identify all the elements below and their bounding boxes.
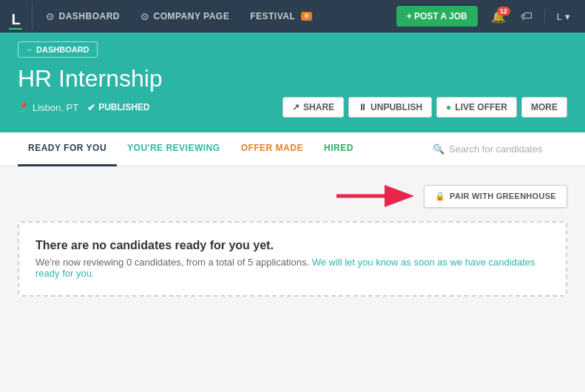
dashboard-icon: ⊙ [46,11,55,22]
company-icon: ⊙ [141,11,149,22]
tab-label-hired: HIRED [324,143,354,153]
empty-state-description: We're now reviewing 0 candidates, from a… [35,257,550,279]
pause-icon: ⏸ [358,102,367,112]
tab-offer-made[interactable]: OFFER MADE [231,132,314,166]
empty-state-box: There are no candidates ready for you ye… [18,221,567,297]
nav-label-dashboard: DASHBOARD [59,11,121,21]
location-pin-icon: 📍 [18,102,30,113]
unpublish-label: UNPUBLISH [371,102,422,112]
lock-icon: 🔒 [435,192,445,201]
nav-label-festival: FESTIVAL [250,11,295,21]
tab-ready-for-you[interactable]: READY FOR YOU [18,132,117,166]
pair-with-greenhouse-button[interactable]: 🔒 PAIR WITH GREENHOUSE [424,185,567,208]
nav-item-dashboard[interactable]: ⊙ DASHBOARD [35,0,130,33]
tab-label-reviewing: YOU'RE REVIEWING [127,143,220,153]
tab-hired[interactable]: HIRED [314,132,364,166]
unpublish-button[interactable]: ⏸ UNPUBLISH [348,97,432,118]
breadcrumb-label: ← DASHBOARD [26,45,89,54]
pair-btn-label: PAIR WITH GREENHOUSE [450,192,556,200]
logo: L [9,3,33,30]
status-badge: ✔ PUBLISHED [87,102,149,113]
more-button[interactable]: MORE [521,97,567,118]
location-text: Lisbon, PT [33,102,78,113]
nav-item-festival[interactable]: FESTIVAL ® [240,0,322,33]
tabs-bar: READY FOR YOU YOU'RE REVIEWING OFFER MAD… [0,132,585,166]
check-icon: ✔ [87,102,95,113]
action-buttons: ↗ SHARE ⏸ UNPUBLISH ● LIVE OFFER MORE [283,97,567,118]
live-offer-label: LIVE OFFER [455,102,507,112]
live-icon: ● [446,102,451,112]
share-icon: ↗ [292,102,300,112]
page-title: HR Internship [18,65,567,92]
notifications-button[interactable]: 🔔 12 [485,5,512,28]
main-content: 🔒 PAIR WITH GREENHOUSE There are no cand… [0,166,585,311]
pair-row: 🔒 PAIR WITH GREENHOUSE [18,181,567,211]
page-header: ← DASHBOARD HR Internship 📍 Lisbon, PT ✔… [0,33,585,132]
top-nav: L ⊙ DASHBOARD ⊙ COMPANY PAGE FESTIVAL ® … [0,0,585,33]
share-label: SHARE [303,102,334,112]
user-menu[interactable]: L ▾ [551,7,576,27]
search-input[interactable] [449,143,567,155]
pointing-arrow [337,181,418,211]
share-button[interactable]: ↗ SHARE [283,97,344,118]
tab-label-offer: OFFER MADE [241,143,303,153]
arrow-container [337,181,418,211]
empty-state-title: There are no candidates ready for you ye… [35,239,550,252]
chevron-down-icon: ▾ [565,11,570,22]
bookmarks-button[interactable]: 🏷 [515,5,538,27]
status-text: PUBLISHED [98,102,149,112]
live-offer-button[interactable]: ● LIVE OFFER [436,97,517,118]
breadcrumb-button[interactable]: ← DASHBOARD [18,41,98,58]
festival-badge: ® [301,12,312,21]
nav-label-company: COMPANY PAGE [154,11,230,21]
notification-badge: 12 [497,7,510,16]
post-job-label: + POST A JOB [407,11,467,21]
post-job-button[interactable]: + POST A JOB [396,6,478,27]
search-icon: 🔍 [433,143,444,155]
location-label: 📍 Lisbon, PT [18,102,78,113]
empty-desc-start: We're now reviewing 0 candidates, from a… [35,257,309,268]
user-label: L [557,11,562,22]
candidate-search: 🔍 [433,143,567,155]
nav-item-company-page[interactable]: ⊙ COMPANY PAGE [130,0,240,33]
tab-label-ready: READY FOR YOU [28,143,106,153]
tab-youre-reviewing[interactable]: YOU'RE REVIEWING [117,132,231,166]
more-label: MORE [531,102,558,112]
